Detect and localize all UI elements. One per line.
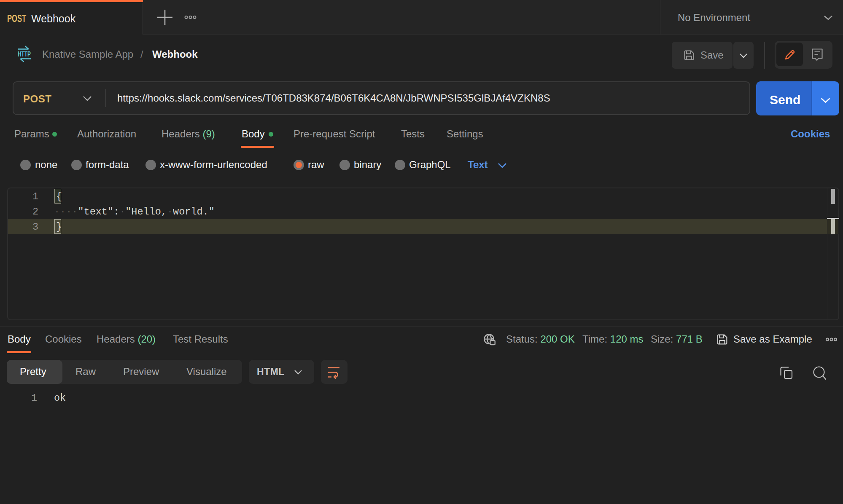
svg-text:HTTP: HTTP: [18, 50, 31, 58]
